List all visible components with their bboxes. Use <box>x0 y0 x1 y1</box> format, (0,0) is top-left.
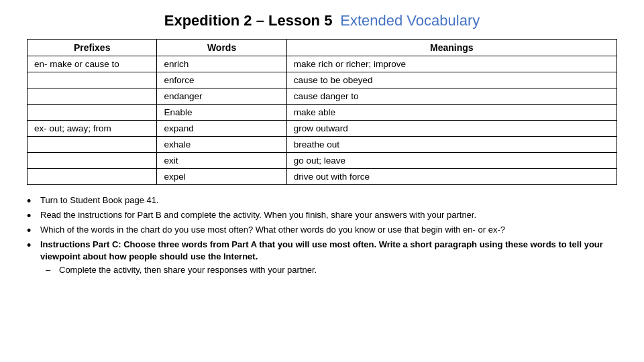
title-row: Expedition 2 – Lesson 5 Extended Vocabul… <box>27 12 617 29</box>
cell-prefix <box>28 72 157 88</box>
header-words: Words <box>157 40 286 56</box>
table-row: ex- out; away; fromexpandgrow outward <box>28 121 617 137</box>
table-row: en- make or cause toenrichmake rich or r… <box>28 56 617 72</box>
cell-prefix: ex- out; away; from <box>28 121 157 137</box>
cell-word: exhale <box>157 137 286 153</box>
table-row: enforcecause to be obeyed <box>28 72 617 88</box>
cell-meaning: go out; leave <box>286 153 616 169</box>
bullet-text: Read the instructions for Part B and com… <box>40 209 617 221</box>
cell-word: Enable <box>157 105 286 121</box>
cell-prefix: en- make or cause to <box>28 56 157 72</box>
cell-word: endanger <box>157 88 286 105</box>
bullet-text: Instructions Part C: Choose three words … <box>40 239 617 263</box>
page: Expedition 2 – Lesson 5 Extended Vocabul… <box>0 0 644 362</box>
cell-prefix <box>28 88 157 105</box>
cell-meaning: breathe out <box>286 137 616 153</box>
cell-prefix <box>28 153 157 169</box>
header-prefixes: Prefixes <box>28 40 157 56</box>
header-meanings: Meanings <box>286 40 616 56</box>
cell-meaning: grow outward <box>286 121 616 137</box>
vocabulary-table: Prefixes Words Meanings en- make or caus… <box>27 39 617 185</box>
cell-prefix <box>28 105 157 121</box>
bullet-list: •Turn to Student Book page 41.•Read the … <box>27 194 617 275</box>
bullet-icon: • <box>27 195 38 207</box>
bullet-text: Turn to Student Book page 41. <box>40 194 617 206</box>
table-body: en- make or cause toenrichmake rich or r… <box>28 56 617 185</box>
cell-prefix <box>28 137 157 153</box>
table-row: exitgo out; leave <box>28 153 617 169</box>
cell-word: enrich <box>157 56 286 72</box>
bullet-icon: • <box>27 210 38 222</box>
table-header-row: Prefixes Words Meanings <box>28 40 617 56</box>
bullet-icon: • <box>27 225 38 237</box>
table-row: endangercause danger to <box>28 88 617 105</box>
sub-bullet-text: Complete the activity, then share your r… <box>59 265 317 275</box>
table-row: exhalebreathe out <box>28 137 617 153</box>
list-item: •Read the instructions for Part B and co… <box>27 209 617 222</box>
sub-bullet-dash: – <box>46 265 56 275</box>
sub-bullet: –Complete the activity, then share your … <box>46 265 617 275</box>
cell-meaning: drive out with force <box>286 169 616 185</box>
list-item: • Which of the words in the chart do you… <box>27 224 617 237</box>
cell-word: expel <box>157 169 286 185</box>
cell-word: expand <box>157 121 286 137</box>
bullet-icon: • <box>27 239 38 251</box>
table-row: expeldrive out with force <box>28 169 617 185</box>
cell-word: enforce <box>157 72 286 88</box>
page-title-sub: Extended Vocabulary <box>340 12 480 29</box>
cell-meaning: make rich or richer; improve <box>286 56 616 72</box>
list-item: •Turn to Student Book page 41. <box>27 194 617 207</box>
bullet-text: Which of the words in the chart do you u… <box>40 224 617 236</box>
list-item: •Instructions Part C: Choose three words… <box>27 239 617 263</box>
cell-word: exit <box>157 153 286 169</box>
cell-meaning: cause to be obeyed <box>286 72 616 88</box>
cell-meaning: cause danger to <box>286 88 616 105</box>
cell-prefix <box>28 169 157 185</box>
cell-meaning: make able <box>286 105 616 121</box>
page-title-main: Expedition 2 – Lesson 5 <box>164 12 333 29</box>
table-row: Enablemake able <box>28 105 617 121</box>
